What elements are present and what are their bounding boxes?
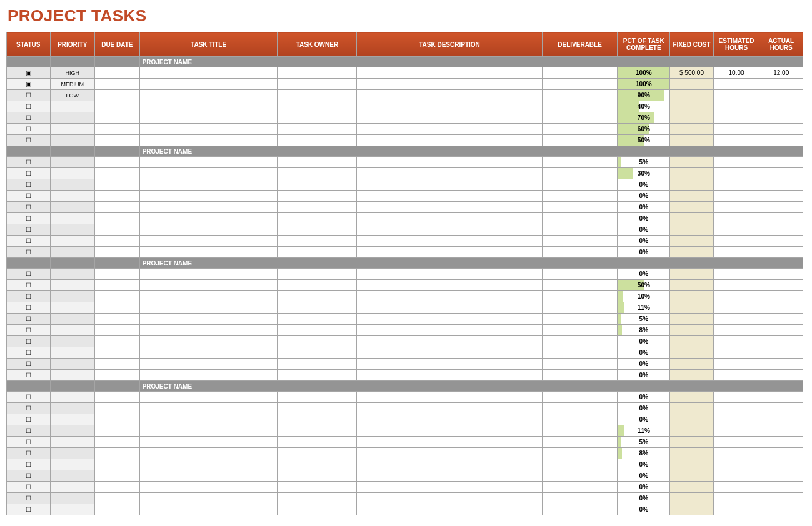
estimated-hours-cell[interactable] bbox=[713, 414, 759, 425]
actual-hours-cell[interactable] bbox=[759, 224, 803, 236]
task-description-cell[interactable] bbox=[357, 291, 543, 302]
deliverable-cell[interactable] bbox=[542, 359, 618, 370]
actual-hours-cell[interactable] bbox=[759, 493, 803, 504]
priority-cell[interactable] bbox=[50, 347, 95, 359]
actual-hours-cell[interactable] bbox=[759, 101, 803, 112]
task-description-cell[interactable] bbox=[357, 135, 543, 146]
actual-hours-cell[interactable] bbox=[759, 504, 803, 515]
task-description-cell[interactable] bbox=[357, 425, 543, 437]
due-date-cell[interactable] bbox=[95, 157, 140, 168]
task-description-cell[interactable] bbox=[357, 157, 543, 168]
task-title-cell[interactable] bbox=[139, 414, 278, 425]
task-title-cell[interactable] bbox=[139, 504, 278, 515]
deliverable-cell[interactable] bbox=[542, 314, 618, 325]
task-owner-cell[interactable] bbox=[278, 302, 357, 314]
due-date-cell[interactable] bbox=[95, 403, 140, 414]
fixed-cost-cell[interactable] bbox=[670, 213, 714, 224]
priority-cell[interactable]: LOW bbox=[50, 90, 95, 101]
pct-complete-cell[interactable]: 0% bbox=[618, 269, 670, 280]
deliverable-cell[interactable] bbox=[542, 67, 618, 79]
task-description-cell[interactable] bbox=[357, 302, 543, 314]
pct-complete-cell[interactable]: 0% bbox=[618, 213, 670, 224]
priority-cell[interactable] bbox=[50, 179, 95, 191]
deliverable-cell[interactable] bbox=[542, 157, 618, 168]
task-title-cell[interactable] bbox=[139, 224, 278, 236]
priority-cell[interactable] bbox=[50, 280, 95, 291]
task-description-cell[interactable] bbox=[357, 269, 543, 280]
task-title-cell[interactable] bbox=[139, 90, 278, 101]
deliverable-cell[interactable] bbox=[542, 403, 618, 414]
fixed-cost-cell[interactable] bbox=[670, 425, 714, 437]
actual-hours-cell[interactable] bbox=[759, 247, 803, 258]
due-date-cell[interactable] bbox=[95, 493, 140, 504]
pct-complete-cell[interactable]: 0% bbox=[618, 336, 670, 347]
actual-hours-cell[interactable] bbox=[759, 482, 803, 493]
task-owner-cell[interactable] bbox=[278, 459, 357, 470]
task-owner-cell[interactable] bbox=[278, 437, 357, 448]
status-checkbox[interactable]: ☐ bbox=[7, 504, 51, 515]
estimated-hours-cell[interactable] bbox=[713, 280, 759, 291]
task-owner-cell[interactable] bbox=[278, 336, 357, 347]
actual-hours-cell[interactable] bbox=[759, 370, 803, 381]
task-description-cell[interactable] bbox=[357, 124, 543, 135]
due-date-cell[interactable] bbox=[95, 224, 140, 236]
deliverable-cell[interactable] bbox=[542, 202, 618, 213]
fixed-cost-cell[interactable] bbox=[670, 470, 714, 482]
estimated-hours-cell[interactable] bbox=[713, 347, 759, 359]
task-owner-cell[interactable] bbox=[278, 425, 357, 437]
priority-cell[interactable]: MEDIUM bbox=[50, 79, 95, 90]
estimated-hours-cell[interactable] bbox=[713, 247, 759, 258]
fixed-cost-cell[interactable] bbox=[670, 314, 714, 325]
task-owner-cell[interactable] bbox=[278, 482, 357, 493]
fixed-cost-cell[interactable] bbox=[670, 504, 714, 515]
estimated-hours-cell[interactable] bbox=[713, 135, 759, 146]
estimated-hours-cell[interactable] bbox=[713, 437, 759, 448]
pct-complete-cell[interactable]: 0% bbox=[618, 403, 670, 414]
estimated-hours-cell[interactable] bbox=[713, 79, 759, 90]
task-description-cell[interactable] bbox=[357, 493, 543, 504]
task-title-cell[interactable] bbox=[139, 247, 278, 258]
task-description-cell[interactable] bbox=[357, 90, 543, 101]
estimated-hours-cell[interactable] bbox=[713, 224, 759, 236]
pct-complete-cell[interactable]: 11% bbox=[618, 425, 670, 437]
task-description-cell[interactable] bbox=[357, 347, 543, 359]
task-description-cell[interactable] bbox=[357, 112, 543, 124]
actual-hours-cell[interactable] bbox=[759, 236, 803, 247]
fixed-cost-cell[interactable] bbox=[670, 101, 714, 112]
priority-cell[interactable] bbox=[50, 101, 95, 112]
due-date-cell[interactable] bbox=[95, 347, 140, 359]
status-checkbox[interactable]: ☐ bbox=[7, 112, 51, 124]
task-owner-cell[interactable] bbox=[278, 112, 357, 124]
estimated-hours-cell[interactable] bbox=[713, 370, 759, 381]
pct-complete-cell[interactable]: 8% bbox=[618, 448, 670, 459]
task-owner-cell[interactable] bbox=[278, 470, 357, 482]
task-description-cell[interactable] bbox=[357, 67, 543, 79]
actual-hours-cell[interactable] bbox=[759, 168, 803, 179]
actual-hours-cell[interactable] bbox=[759, 347, 803, 359]
deliverable-cell[interactable] bbox=[542, 191, 618, 202]
actual-hours-cell[interactable] bbox=[759, 448, 803, 459]
pct-complete-cell[interactable]: 0% bbox=[618, 202, 670, 213]
fixed-cost-cell[interactable] bbox=[670, 403, 714, 414]
col-status[interactable]: STATUS bbox=[7, 32, 51, 57]
task-title-cell[interactable] bbox=[139, 482, 278, 493]
task-description-cell[interactable] bbox=[357, 101, 543, 112]
task-title-cell[interactable] bbox=[139, 459, 278, 470]
estimated-hours-cell[interactable] bbox=[713, 459, 759, 470]
status-checkbox[interactable]: ☐ bbox=[7, 414, 51, 425]
pct-complete-cell[interactable]: 40% bbox=[618, 101, 670, 112]
task-title-cell[interactable] bbox=[139, 112, 278, 124]
task-owner-cell[interactable] bbox=[278, 157, 357, 168]
fixed-cost-cell[interactable] bbox=[670, 359, 714, 370]
estimated-hours-cell[interactable] bbox=[713, 314, 759, 325]
task-owner-cell[interactable] bbox=[278, 191, 357, 202]
estimated-hours-cell[interactable] bbox=[713, 124, 759, 135]
deliverable-cell[interactable] bbox=[542, 247, 618, 258]
status-checkbox[interactable]: ☐ bbox=[7, 90, 51, 101]
due-date-cell[interactable] bbox=[95, 202, 140, 213]
actual-hours-cell[interactable] bbox=[759, 336, 803, 347]
priority-cell[interactable] bbox=[50, 213, 95, 224]
status-checkbox[interactable]: ☐ bbox=[7, 269, 51, 280]
priority-cell[interactable] bbox=[50, 168, 95, 179]
due-date-cell[interactable] bbox=[95, 314, 140, 325]
